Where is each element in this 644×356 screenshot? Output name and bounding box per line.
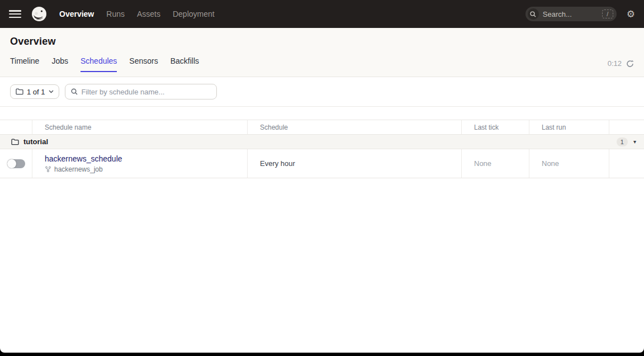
refresh-countdown: 0:12 bbox=[608, 59, 622, 68]
nav-item-assets[interactable]: Assets bbox=[137, 10, 160, 18]
folder-icon bbox=[16, 88, 23, 95]
repo-group-name: tutorial bbox=[23, 137, 48, 146]
topnav-right-section: Search... / ⚙ bbox=[525, 7, 635, 21]
job-name-link[interactable]: hackernews_job bbox=[54, 165, 103, 173]
tabs-row: Timeline Jobs Schedules Sensors Backfill… bbox=[10, 56, 634, 72]
col-schedule-name: Schedule name bbox=[32, 120, 248, 134]
last-tick-cell: None bbox=[462, 149, 529, 178]
tab-sensors[interactable]: Sensors bbox=[129, 56, 158, 72]
gear-icon[interactable]: ⚙ bbox=[627, 10, 635, 19]
job-icon bbox=[45, 166, 51, 173]
toggle-cell bbox=[0, 149, 32, 178]
schedule-name-cell: hackernews_schedule hackernews_job bbox=[32, 149, 248, 178]
folder-icon bbox=[11, 139, 19, 145]
col-actions bbox=[609, 120, 644, 134]
nav-item-runs[interactable]: Runs bbox=[106, 10, 125, 18]
repo-filter-dropdown[interactable]: 1 of 1 bbox=[10, 84, 59, 99]
schedule-table-row: hackernews_schedule hackernews_job Every… bbox=[0, 149, 644, 178]
spacer bbox=[0, 107, 644, 120]
nav-item-overview[interactable]: Overview bbox=[59, 10, 94, 18]
schedule-cadence-cell: Every hour bbox=[248, 149, 462, 178]
repo-group-row[interactable]: tutorial 1 ▾ bbox=[0, 135, 644, 149]
search-icon bbox=[528, 8, 539, 20]
last-run-cell: None bbox=[529, 149, 609, 178]
repo-filter-label: 1 of 1 bbox=[27, 88, 45, 96]
col-schedule: Schedule bbox=[248, 120, 462, 134]
page-header: Overview Timeline Jobs Schedules Sensors… bbox=[0, 28, 644, 77]
col-toggle bbox=[0, 120, 32, 134]
collapse-caret-icon[interactable]: ▾ bbox=[633, 139, 636, 145]
page-title: Overview bbox=[10, 36, 634, 48]
search-placeholder-text: Search... bbox=[543, 10, 602, 18]
top-navigation-bar: Overview Runs Assets Deployment Search..… bbox=[0, 0, 644, 28]
dagster-logo-icon[interactable] bbox=[31, 6, 47, 22]
hamburger-menu-icon[interactable] bbox=[9, 10, 21, 18]
schedules-table-header: Schedule name Schedule Last tick Last ru… bbox=[0, 120, 644, 135]
empty-area bbox=[0, 178, 644, 324]
col-last-tick: Last tick bbox=[462, 120, 529, 134]
chevron-down-icon bbox=[49, 90, 54, 93]
global-search-input[interactable]: Search... / bbox=[525, 7, 617, 21]
schedule-filter-input[interactable] bbox=[82, 88, 211, 96]
overview-tabs: Timeline Jobs Schedules Sensors Backfill… bbox=[10, 56, 199, 72]
tab-timeline[interactable]: Timeline bbox=[10, 56, 39, 72]
group-count-badge: 1 bbox=[617, 137, 628, 146]
tab-backfills[interactable]: Backfills bbox=[171, 56, 199, 72]
search-icon bbox=[71, 88, 78, 95]
filter-toolbar: 1 of 1 bbox=[0, 77, 644, 107]
schedule-enable-toggle[interactable] bbox=[7, 159, 25, 168]
search-shortcut-badge: / bbox=[602, 10, 613, 18]
nav-item-deployment[interactable]: Deployment bbox=[173, 10, 215, 18]
main-content: Overview Timeline Jobs Schedules Sensors… bbox=[0, 28, 644, 353]
refresh-icon[interactable] bbox=[626, 60, 634, 68]
schedule-name-link[interactable]: hackernews_schedule bbox=[45, 154, 122, 163]
tab-schedules[interactable]: Schedules bbox=[80, 56, 117, 72]
primary-nav: Overview Runs Assets Deployment bbox=[59, 10, 215, 18]
row-actions-cell bbox=[609, 149, 644, 178]
tab-jobs[interactable]: Jobs bbox=[51, 56, 68, 72]
col-last-run: Last run bbox=[529, 120, 609, 134]
schedule-filter-field[interactable] bbox=[65, 84, 217, 99]
